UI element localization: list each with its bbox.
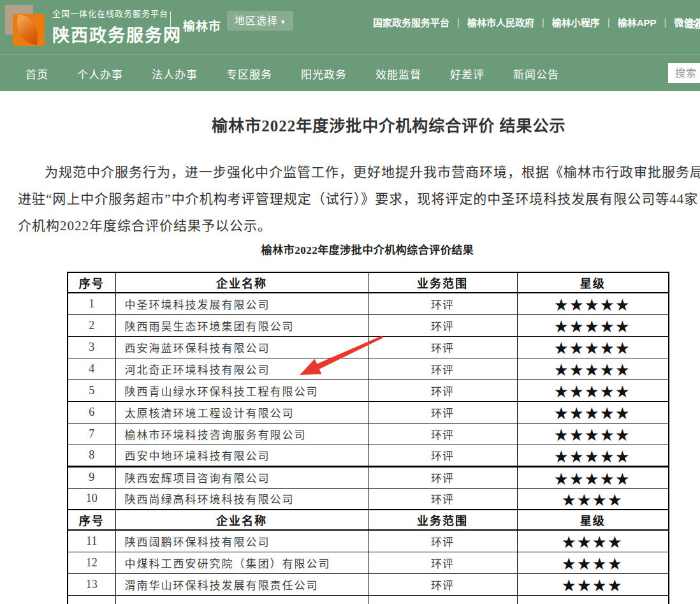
current-city: 榆林市: [183, 17, 221, 34]
header-link-app[interactable]: 榆林APP: [610, 15, 664, 29]
cell-name: 陕西阔鹏环保科技有限公司: [115, 530, 368, 552]
main-nav: 首页 个人办事 法人办事 专区服务 阳光政务 效能监督 好差评 新闻公告: [0, 54, 700, 91]
cell-name: 渭南华山环保科技发展有限责任公司: [115, 573, 368, 595]
table-row: 13渭南华山环保科技发展有限责任公司环评★★★★: [68, 573, 669, 595]
nav-item-zone-services[interactable]: 专区服务: [226, 66, 272, 82]
table-row: 11陕西阔鹏环保科技有限公司环评★★★★: [68, 530, 669, 552]
table-caption: 榆林市2022年度涉批中介机构综合评价结果: [67, 241, 668, 257]
cell-stars: ★★★★★: [517, 401, 669, 423]
cell-stars: ★★★★★: [517, 423, 669, 445]
cell-stars: [517, 595, 669, 604]
chevron-down-icon: ▾: [281, 18, 286, 26]
cell-name: 陕西雨昊生态环境集团有限公司: [115, 314, 368, 336]
table-header-row: 序号企业名称业务范围星级: [68, 510, 669, 530]
cell-num: 2: [68, 314, 115, 336]
platform-tagline: 全国一体化在线政务服务平台: [52, 7, 182, 19]
site-name: 陕西政务服务网: [52, 22, 182, 47]
search-input[interactable]: [668, 63, 700, 83]
cell-name: 陕西尚绿高科环境科技有限公司: [115, 488, 368, 510]
cell-num: 4: [68, 358, 115, 379]
header-link-national-platform[interactable]: 国家政务服务平台: [365, 15, 457, 29]
cell-name: 陕西青山绿水环保科技工程有限公司: [115, 379, 368, 401]
cell-stars: ★★★★★: [517, 336, 669, 358]
cell-scope: 环评: [368, 552, 517, 573]
table-row: 5陕西青山绿水环保科技工程有限公司环评★★★★★: [68, 379, 669, 401]
cell-num: 11: [68, 530, 115, 552]
cell-num: 8: [68, 445, 115, 466]
nav-item-news[interactable]: 新闻公告: [513, 66, 559, 82]
logo-orange-square: [13, 14, 45, 46]
cell-stars: ★★★★: [517, 552, 669, 573]
cell-name: 太原核清环境工程设计有限公司: [115, 401, 368, 423]
leaf-icon: [14, 15, 41, 45]
header-divider: [170, 11, 171, 38]
cell-scope: 环评: [368, 488, 517, 510]
cell-scope: 环评: [368, 379, 517, 401]
cell-name: 河北奇正环境科技有限公司: [115, 358, 368, 379]
cell-scope: 环评: [368, 293, 517, 314]
column-header: 序号: [68, 510, 115, 530]
table-row: 3西安海蓝环保科技有限公司环评★★★★★: [68, 336, 669, 358]
paragraph-line: 介机构2022年度综合评价结果予以公示。: [18, 212, 700, 239]
table-row: 8西安中地环境科技有限公司环评★★★★★: [68, 445, 669, 466]
cell-stars: ★★★★: [517, 488, 669, 510]
cell-stars: ★★★★★: [517, 293, 669, 314]
cell-num: 9: [68, 466, 115, 488]
column-header: 序号: [68, 272, 115, 293]
cell-scope: 环评: [368, 358, 517, 379]
cell-scope: 环评: [368, 336, 517, 358]
cell-scope: 环评: [368, 314, 517, 336]
table-row-clipped: [68, 595, 669, 604]
nav-item-legal-person[interactable]: 法人办事: [152, 66, 198, 82]
cell-scope: 环评: [368, 423, 517, 445]
cell-num: 1: [68, 293, 115, 314]
cell-num: 7: [68, 423, 115, 445]
table-row: 10陕西尚绿高科环境科技有限公司环评★★★★: [68, 488, 669, 510]
cell-num: 12: [68, 552, 115, 573]
article-content: 榆林市2022年度涉批中介机构综合评价 结果公示 为规范中介服务行为，进一步强化…: [0, 91, 700, 604]
cell-scope: 环评: [368, 530, 517, 552]
cell-stars: ★★★★★: [517, 358, 669, 379]
nav-item-home[interactable]: 首页: [26, 66, 48, 82]
nav-item-rating[interactable]: 好差评: [450, 66, 485, 82]
cell-stars: ★★★★★: [517, 466, 669, 488]
cell-num: 5: [68, 379, 115, 401]
nav-item-personal[interactable]: 个人办事: [77, 66, 123, 82]
results-table-body: 序号企业名称业务范围星级1中圣环境科技发展有限公司环评★★★★★2陕西雨昊生态环…: [68, 272, 669, 604]
cell-name: 榆林市环境科技咨询服务有限公司: [115, 423, 368, 445]
cell-num: 10: [68, 488, 115, 510]
paragraph-line: 为规范中介服务行为，进一步强化中介监管工作，更好地提升我市营商环境，根据《榆林市…: [18, 159, 700, 186]
header-links: 国家政务服务平台 | 榆林市人民政府 | 榆林小程序 | 榆林APP | 微信公…: [365, 15, 700, 29]
table-row: 12中煤科工西安研究院（集团）有限公司环评★★★★: [68, 552, 669, 573]
table-row: 9陕西宏辉项目咨询有限公司环评★★★★★: [68, 466, 669, 488]
page-title: 榆林市2022年度涉批中介机构综合评价 结果公示: [18, 113, 700, 136]
cell-stars: ★★★★★: [517, 379, 669, 401]
nav-item-efficiency-supervision[interactable]: 效能监督: [376, 66, 421, 82]
cell-num: 3: [68, 336, 115, 358]
cell-num: [68, 595, 115, 604]
table-row: 6太原核清环境工程设计有限公司环评★★★★★: [68, 401, 669, 423]
table-row: 7榆林市环境科技咨询服务有限公司环评★★★★★: [68, 423, 669, 445]
page: { "colors": { "header_green": "#6b9b79",…: [0, 0, 700, 604]
column-header: 星级: [517, 510, 669, 530]
table-row: 4河北奇正环境科技有限公司环评★★★★★: [68, 358, 669, 379]
cell-name: 陕西宏辉项目咨询有限公司: [115, 466, 368, 488]
cell-num: 13: [68, 573, 115, 595]
cell-stars: ★★★★: [517, 530, 669, 552]
nav-items: 首页 个人办事 法人办事 专区服务 阳光政务 效能监督 好差评 新闻公告: [26, 55, 559, 92]
nav-item-open-government[interactable]: 阳光政务: [301, 66, 347, 82]
column-header: 业务范围: [368, 272, 517, 293]
column-header: 企业名称: [115, 272, 368, 293]
cell-scope: 环评: [368, 466, 517, 488]
paragraph-line: 进驻“网上中介服务超市”中介机构考评管理规定（试行）》要求，现将评定的中圣环境科…: [18, 186, 700, 212]
register-link[interactable]: 注册: [685, 15, 700, 31]
table-row: 2陕西雨昊生态环境集团有限公司环评★★★★★: [68, 314, 669, 336]
region-select-button[interactable]: 地区选择▾: [227, 11, 293, 31]
header-link-city-government[interactable]: 榆林市人民政府: [460, 15, 542, 29]
results-table: 序号企业名称业务范围星级1中圣环境科技发展有限公司环评★★★★★2陕西雨昊生态环…: [67, 272, 669, 604]
cell-scope: [368, 595, 517, 604]
cell-name: 中煤科工西安研究院（集团）有限公司: [115, 552, 368, 573]
cell-name: 西安海蓝环保科技有限公司: [115, 336, 368, 358]
cell-name: 西安中地环境科技有限公司: [115, 445, 368, 466]
header-link-mini-program[interactable]: 榆林小程序: [544, 15, 608, 29]
